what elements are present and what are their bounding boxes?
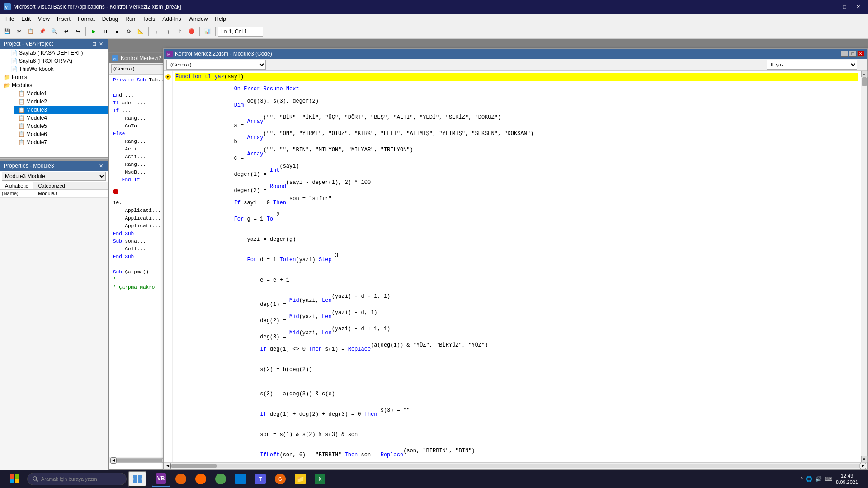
menu-file[interactable]: File: [2, 14, 18, 24]
tab-alphabetic[interactable]: Alphabetic: [0, 182, 33, 189]
tree-thisworkbook[interactable]: 📄 ThisWorkbook: [7, 65, 108, 73]
v-scroll-thumb[interactable]: [862, 77, 867, 86]
tree-forms[interactable]: 📁 Forms: [0, 73, 108, 81]
tree-module7[interactable]: 📋 Module7: [14, 138, 108, 146]
toolbar-stepover-btn[interactable]: ⤵: [163, 26, 174, 37]
toolbar-cut-btn[interactable]: ✂: [14, 26, 24, 37]
keyboard-icon[interactable]: ⌨: [825, 476, 832, 482]
toolbar-save-btn[interactable]: 💾: [2, 26, 13, 37]
m3-h-track[interactable]: [171, 464, 860, 468]
module3-maximize[interactable]: □: [849, 51, 856, 57]
module3-h-scrollbar[interactable]: ◀ ▶: [164, 462, 867, 469]
tree-module4[interactable]: 📋 Module4: [14, 114, 108, 122]
module3-close[interactable]: ✕: [857, 51, 864, 57]
toolbar-undo-btn[interactable]: ↩: [61, 26, 71, 37]
menu-window[interactable]: Window: [185, 14, 212, 24]
show-desktop-btn[interactable]: [862, 471, 864, 487]
menu-format[interactable]: Format: [74, 14, 99, 24]
taskbar-search[interactable]: Aramak için buraya yazın: [27, 473, 127, 485]
taskbar-excel-app[interactable]: X: [311, 471, 329, 487]
menu-bar: File Edit View Insert Format Debug Run T…: [0, 14, 868, 24]
taskbar-clock[interactable]: 12:49 8.09.2021: [836, 473, 858, 486]
v-scroll-up-btn[interactable]: ▲: [861, 71, 868, 77]
toolbar-find-btn[interactable]: 🔍: [49, 26, 60, 37]
taskbar-app3[interactable]: [212, 471, 230, 487]
toolbar-paste-btn[interactable]: 📌: [37, 26, 48, 37]
menu-run[interactable]: Run: [122, 14, 139, 24]
toolbar-copy-btn[interactable]: 📋: [25, 26, 36, 37]
props-name-key: (Name): [0, 190, 36, 197]
taskbar-app5[interactable]: T: [251, 471, 269, 487]
kw-dim: Dim: [234, 101, 244, 109]
kw-sub: Sub: [113, 238, 125, 245]
taskbar-app1[interactable]: [172, 471, 190, 487]
toolbar-pause-btn[interactable]: ⏸: [100, 26, 111, 37]
code-array-b: b = Array("", "ON", "YİRMİ", "OTUZ", "KI…: [175, 130, 858, 146]
taskbar-explorer-app[interactable]: 📁: [291, 471, 309, 487]
menu-debug[interactable]: Debug: [99, 14, 122, 24]
toolbar-step-btn[interactable]: ↓: [151, 26, 162, 37]
start-button[interactable]: [4, 472, 25, 486]
tab-categorized[interactable]: Categorized: [33, 182, 70, 189]
module3-minimize[interactable]: ─: [841, 51, 848, 57]
menu-insert[interactable]: Insert: [53, 14, 74, 24]
project-tree[interactable]: 📄 Sayfa5 ( KASA DEFTERI ) 📄 Sayfa6 (PROF…: [0, 49, 108, 157]
module-icon6: 📋: [18, 131, 25, 137]
toolbar-redo-btn[interactable]: ↪: [72, 26, 83, 37]
properties-module-select[interactable]: Module3 Module: [2, 172, 106, 181]
menu-edit[interactable]: Edit: [18, 14, 34, 24]
network-icon[interactable]: 🌐: [806, 476, 812, 482]
sayfa5-icon: xl: [112, 55, 118, 61]
toolbar-stepout-btn[interactable]: ⤴: [175, 26, 185, 37]
m3-scroll-right-btn[interactable]: ▶: [860, 463, 866, 469]
menu-tools[interactable]: Tools: [139, 14, 159, 24]
close-button[interactable]: ✕: [852, 2, 864, 11]
search-placeholder: Aramak için buraya yazın: [41, 476, 97, 482]
tree-module2[interactable]: 📋 Module2: [14, 98, 108, 106]
maximize-button[interactable]: □: [838, 2, 851, 11]
properties-close-btn[interactable]: ✕: [98, 163, 104, 169]
toolbar-sep3: [199, 27, 200, 36]
toolbar-run-btn[interactable]: ▶: [88, 26, 99, 37]
scroll-left-btn[interactable]: ◀: [110, 457, 117, 464]
v-scroll-track[interactable]: [862, 77, 867, 456]
chevron-icon[interactable]: ^: [800, 476, 803, 482]
toolbar-stop-btn[interactable]: ■: [112, 26, 123, 37]
taskbar-vba-app[interactable]: VB: [152, 471, 170, 487]
module3-v-scrollbar[interactable]: ▲ ▼: [861, 71, 867, 462]
tree-module6[interactable]: 📋 Module6: [14, 130, 108, 138]
project-view-toggle[interactable]: ⊞: [91, 41, 97, 47]
taskbar-app2[interactable]: [192, 471, 210, 487]
v-scroll-down-btn[interactable]: ▼: [861, 456, 868, 462]
toolbar-reset-btn[interactable]: ⟳: [123, 26, 134, 37]
tree-module3[interactable]: 📋 Module3: [14, 106, 108, 114]
toolbar-mode-btn[interactable]: 📐: [135, 26, 146, 37]
h-scroll-thumb[interactable]: [117, 459, 162, 462]
m3-h-thumb[interactable]: [171, 464, 217, 468]
toolbar-locwindow-btn[interactable]: 📊: [202, 26, 213, 37]
search-icon: [32, 476, 38, 482]
tree-module5[interactable]: 📋 Module5: [14, 122, 108, 130]
module3-code-area: ▶ Function tl_yaz(sayi) On Error Resume …: [164, 71, 867, 462]
project-close-btn[interactable]: ✕: [98, 41, 104, 47]
vba-taskbar-icon: VB: [156, 473, 166, 484]
tree-module1[interactable]: 📋 Module1: [14, 89, 108, 98]
menu-help[interactable]: Help: [211, 14, 230, 24]
menu-view[interactable]: View: [34, 14, 53, 24]
minimize-button[interactable]: ─: [825, 2, 837, 11]
module3-title-bar: M Kontrol Merkezi2.xlsm - Module3 (Code)…: [164, 49, 867, 59]
menu-addins[interactable]: Add-Ins: [159, 14, 184, 24]
taskbar-app4[interactable]: [231, 471, 250, 487]
kw-if: If: [113, 99, 119, 107]
taskbar: Aramak için buraya yazın VB: [0, 470, 868, 488]
tree-modules[interactable]: 📂 Modules: [0, 81, 108, 89]
module3-general-dropdown[interactable]: (General): [166, 60, 266, 70]
toolbar-bp-btn[interactable]: 🔴: [186, 26, 197, 37]
m3-scroll-left-btn[interactable]: ◀: [165, 463, 171, 469]
tree-sayfa6[interactable]: 📄 Sayfa6 (PROFORMA): [7, 57, 108, 65]
task-view-btn[interactable]: [128, 471, 146, 487]
tree-sayfa5[interactable]: 📄 Sayfa5 ( KASA DEFTERI ): [7, 49, 108, 57]
taskbar-chrome-app[interactable]: G: [271, 471, 289, 487]
module3-function-dropdown[interactable]: tl_yaz: [767, 60, 857, 70]
volume-icon[interactable]: 🔊: [815, 476, 822, 482]
